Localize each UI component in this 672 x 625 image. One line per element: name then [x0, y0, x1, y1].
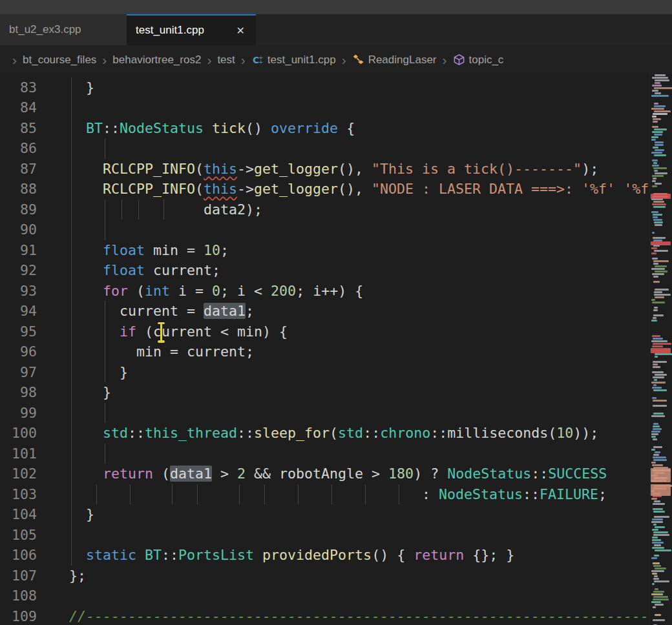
- minimap-line: [653, 508, 663, 510]
- line-number[interactable]: 84: [0, 97, 37, 118]
- code-line-91[interactable]: 91 float min = 10;: [0, 240, 650, 261]
- breadcrumb-item-test-unit1-cpp[interactable]: C++test_unit1.cpp: [251, 54, 336, 67]
- minimap[interactable]: [649, 74, 672, 625]
- minimap-line: [654, 87, 672, 89]
- breadcrumb-item-bt-course-files[interactable]: bt_course_files: [23, 54, 96, 67]
- code-line-83[interactable]: 83 }: [0, 77, 650, 98]
- line-number[interactable]: 87: [0, 159, 37, 179]
- line-number[interactable]: 105: [0, 525, 37, 546]
- line-number[interactable]: 94: [0, 301, 37, 322]
- minimap-line: [653, 423, 658, 425]
- code-line-95[interactable]: 95 if (current < min) {: [0, 322, 650, 342]
- code-line-96[interactable]: 96 min = current;: [0, 342, 650, 362]
- tab-label: test_unit1.cpp: [136, 24, 204, 37]
- code-line-98[interactable]: 98 }: [0, 382, 650, 403]
- line-number[interactable]: 104: [0, 504, 37, 525]
- code-line-87[interactable]: 87 RCLCPP_INFO(this->get_logger(), "This…: [0, 159, 650, 179]
- line-number[interactable]: 99: [0, 403, 37, 424]
- breadcrumb-item-test[interactable]: test: [217, 54, 235, 67]
- code-line-102[interactable]: 102 return (data1 > 2 && robotAngle > 18…: [0, 464, 650, 484]
- code-line-92[interactable]: 92 float current;: [0, 260, 650, 281]
- code-line-108[interactable]: 108: [0, 586, 650, 606]
- code-line-109[interactable]: 109//-----------------------------------…: [0, 606, 650, 625]
- line-number[interactable]: 93: [0, 281, 37, 302]
- code-line-86[interactable]: 86: [0, 138, 650, 159]
- code-line-93[interactable]: 93 for (int i = 0; i < 200; i++) {: [0, 281, 650, 302]
- minimap-line: [652, 529, 658, 531]
- minimap-line: [653, 147, 658, 149]
- indent-guide: [105, 220, 105, 240]
- tab-test-unit1-cpp[interactable]: test_unit1.cpp ✕: [127, 14, 256, 45]
- tab-bt-u2-ex3-cpp[interactable]: bt_u2_ex3.cpp: [0, 14, 127, 45]
- minimap-line: [652, 573, 657, 575]
- minimap-line: [655, 604, 664, 606]
- code-line-100[interactable]: 100 std::this_thread::sleep_for(std::chr…: [0, 423, 650, 444]
- minimap-line: [653, 167, 667, 169]
- code-line-107[interactable]: 107};: [0, 566, 650, 586]
- minimap-line: [654, 128, 667, 130]
- minimap-line: [655, 289, 669, 291]
- minimap-line: [652, 203, 666, 205]
- code-line-104[interactable]: 104 }: [0, 504, 650, 525]
- minimap-line: [653, 214, 662, 216]
- line-number[interactable]: 106: [0, 545, 37, 566]
- vscode-window: bt_u2_ex3.cpp test_unit1.cpp ✕ ›bt_cours…: [0, 0, 672, 625]
- minimap-line: [652, 90, 658, 92]
- line-number[interactable]: 109: [0, 606, 37, 625]
- minimap-line: [655, 296, 664, 298]
- code-line-88[interactable]: 88 RCLCPP_INFO(this->get_logger(), "NODE…: [0, 179, 650, 200]
- line-number[interactable]: 92: [0, 260, 37, 281]
- line-number[interactable]: 88: [0, 179, 37, 200]
- minimap-line: [653, 389, 667, 391]
- breadcrumb: ›bt_course_files›behaviortree_ros2›test›…: [0, 45, 672, 74]
- line-number[interactable]: 86: [0, 138, 37, 159]
- minimap-line: [653, 118, 661, 120]
- breadcrumb-item-readinglaser[interactable]: ReadingLaser: [352, 54, 437, 67]
- minimap-line: [651, 601, 661, 603]
- code-line-101[interactable]: 101: [0, 444, 650, 464]
- minimap-line: [651, 268, 665, 270]
- code-editor[interactable]: 82 });83 }8485 BT::NodeStatus tick() ove…: [0, 74, 650, 625]
- code-line-84[interactable]: 84: [0, 97, 650, 118]
- code-line-106[interactable]: 106 static BT::PortsList providedPorts()…: [0, 545, 650, 566]
- minimap-block: [651, 468, 671, 482]
- code-line-97[interactable]: 97 }: [0, 362, 650, 383]
- minimap-line: [653, 596, 668, 598]
- code-line-94[interactable]: 94 current = data1;: [0, 301, 650, 322]
- line-number[interactable]: 107: [0, 566, 37, 586]
- line-number[interactable]: 98: [0, 382, 37, 403]
- minimap-line: [654, 110, 671, 112]
- line-number[interactable]: 85: [0, 118, 37, 139]
- line-number[interactable]: 91: [0, 240, 37, 261]
- tab-bar: bt_u2_ex3.cpp test_unit1.cpp ✕: [0, 14, 672, 45]
- minimap-line: [654, 516, 669, 518]
- code-line-103[interactable]: 103 : NodeStatus::FAILURE;: [0, 484, 650, 505]
- breadcrumb-item-topic-c[interactable]: topic_c: [453, 54, 504, 67]
- code-line-105[interactable]: 105: [0, 525, 650, 546]
- line-number[interactable]: 108: [0, 586, 37, 606]
- line-number[interactable]: 95: [0, 322, 37, 342]
- code-line-85[interactable]: 85 BT::NodeStatus tick() override {: [0, 118, 650, 139]
- minimap-line: [655, 183, 662, 185]
- code-line-89[interactable]: 89 data2);: [0, 200, 650, 220]
- line-number[interactable]: 100: [0, 423, 37, 444]
- line-number[interactable]: 103: [0, 484, 37, 505]
- minimap-line: [652, 131, 663, 133]
- line-number[interactable]: 101: [0, 444, 37, 464]
- code-line-99[interactable]: 99: [0, 403, 650, 424]
- line-number[interactable]: 90: [0, 220, 37, 240]
- code-text: }: [69, 77, 94, 98]
- line-number[interactable]: 89: [0, 200, 37, 220]
- minimap-line: [654, 575, 658, 577]
- close-icon[interactable]: ✕: [235, 23, 247, 38]
- line-number[interactable]: 102: [0, 464, 37, 484]
- breadcrumb-item-behaviortree-ros2[interactable]: behaviortree_ros2: [112, 54, 201, 67]
- line-number[interactable]: 96: [0, 342, 37, 362]
- minimap-line: [653, 260, 669, 262]
- minimap-line: [655, 588, 658, 590]
- minimap-line: [653, 503, 665, 505]
- code-line-90[interactable]: 90: [0, 220, 650, 240]
- indent-guide: [105, 444, 105, 464]
- line-number[interactable]: 83: [0, 77, 37, 98]
- line-number[interactable]: 97: [0, 362, 37, 383]
